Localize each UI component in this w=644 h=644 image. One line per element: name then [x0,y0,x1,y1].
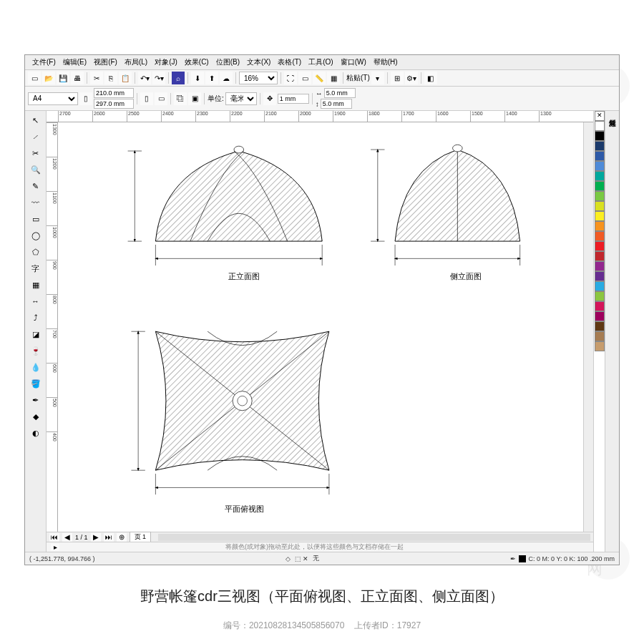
launcher-icon[interactable]: ◧ [424,72,437,84]
copy-icon[interactable]: ⎘ [104,72,117,84]
page-next-icon[interactable]: ▶ [91,533,101,542]
freehand-tool-icon[interactable]: ✎ [27,178,44,194]
scrollbar-vertical[interactable] [583,122,593,532]
color-swatch[interactable] [595,261,605,271]
tab-page1[interactable]: 页 1 [130,532,152,542]
orientation-landscape-icon[interactable]: ▭ [155,92,167,105]
menu-file[interactable]: 文件(F) [29,57,59,68]
open-icon[interactable]: 📂 [42,72,55,84]
crop-tool-icon[interactable]: ✂ [27,145,44,161]
zoom-tool-icon[interactable]: 🔍 [27,162,44,177]
pick-tool-icon[interactable]: ↖ [27,112,44,128]
canvas[interactable]: 正立面图 侧立面图 平面俯视图 [58,122,583,532]
portrait-icon[interactable]: ▯ [79,92,92,105]
dimension-tool-icon[interactable]: ↔ [27,293,44,309]
color-swatch[interactable] [595,201,605,211]
color-swatch[interactable] [595,321,605,331]
color-swatch[interactable] [595,271,605,281]
import-icon[interactable]: ⬇ [191,72,204,84]
menu-bitmap[interactable]: 位图(B) [213,57,243,68]
menu-window[interactable]: 窗口(W) [338,57,369,68]
zoom-select[interactable]: 16% [239,72,278,84]
print-icon[interactable]: 🖶 [71,72,84,84]
menu-view[interactable]: 视图(F) [91,57,120,68]
color-swatch[interactable] [595,131,605,141]
options-icon[interactable]: ⚙▾ [405,72,418,84]
nudge-icon[interactable]: ✥ [263,92,276,105]
redo-icon[interactable]: ↷▾ [152,72,165,84]
menu-table[interactable]: 表格(T) [275,57,304,68]
color-swatch[interactable] [595,161,605,171]
page-last-icon[interactable]: ⏭ [104,533,114,542]
no-color-swatch[interactable]: ✕ [595,111,605,121]
outline-tool-icon[interactable]: ✒ [27,392,44,408]
grid-icon[interactable]: ▦ [327,72,340,84]
menu-help[interactable]: 帮助(H) [371,57,401,68]
chevron-down-icon[interactable]: ▾ [371,72,384,84]
save-icon[interactable]: 💾 [57,72,69,84]
menu-tools[interactable]: 工具(O) [306,57,336,68]
dup-y-input[interactable] [321,99,352,109]
page-prev-icon[interactable]: ◀ [62,533,72,542]
page-first-icon[interactable]: ⏮ [49,533,59,542]
artistic-tool-icon[interactable]: 〰 [27,195,44,210]
export-icon[interactable]: ⬆ [205,72,218,84]
page-size-select[interactable]: A4 [28,92,78,105]
ruler-icon[interactable]: 📏 [313,72,326,84]
color-swatch[interactable] [595,191,605,201]
text-tool-icon[interactable]: 字 [27,260,44,276]
color-swatch[interactable] [595,311,605,321]
new-icon[interactable]: ▭ [28,72,41,84]
transparency-tool-icon[interactable]: 🍷 [27,343,44,358]
unit-select[interactable]: 毫米 [225,92,257,105]
color-swatch[interactable] [595,171,605,181]
menu-effect[interactable]: 效果(C) [182,57,212,68]
menu-edit[interactable]: 编辑(E) [60,57,89,68]
nudge-input[interactable] [278,94,309,104]
dup-x-input[interactable] [324,88,356,98]
color-swatch[interactable] [595,251,605,261]
cut-icon[interactable]: ✂ [90,72,103,84]
fill-tool-icon[interactable]: 🪣 [27,376,44,391]
paste-dropdown[interactable]: 粘贴(T) [346,73,370,83]
color-swatch[interactable] [595,331,605,341]
ellipse-tool-icon[interactable]: ◯ [27,228,44,243]
color-swatch[interactable] [595,121,605,131]
undo-icon[interactable]: ↶▾ [138,72,151,84]
color-swatch[interactable] [595,341,605,351]
flyout-icon[interactable]: ▸ [51,544,59,551]
current-page-icon[interactable]: ▣ [188,92,201,105]
color-swatch[interactable] [595,141,605,151]
scrollbar-horizontal[interactable] [158,534,590,541]
menu-text[interactable]: 文本(X) [244,57,273,68]
snap-icon[interactable]: ⊞ [391,72,404,84]
paste-icon[interactable]: 📋 [119,72,132,84]
interactive-fill-icon[interactable]: ◆ [27,409,44,424]
color-swatch[interactable] [595,301,605,311]
polygon-tool-icon[interactable]: ⬠ [27,244,44,260]
smart-fill-icon[interactable]: ◐ [27,425,44,441]
table-tool-icon[interactable]: ▦ [27,277,44,293]
page-add-icon[interactable]: ⊕ [117,533,127,542]
color-swatch[interactable] [595,181,605,191]
color-swatch[interactable] [595,151,605,161]
color-swatch[interactable] [595,291,605,301]
shape-tool-icon[interactable]: ⟋ [27,129,44,145]
menu-object[interactable]: 对象(J) [152,57,180,68]
color-swatch[interactable] [595,211,605,221]
color-swatch[interactable] [595,241,605,251]
color-swatch[interactable] [595,281,605,291]
color-palette[interactable]: ✕ [593,111,605,552]
dropshadow-tool-icon[interactable]: ◪ [27,326,44,342]
eyedropper-tool-icon[interactable]: 💧 [27,359,44,375]
rectangle-tool-icon[interactable]: ▭ [27,211,44,227]
connector-tool-icon[interactable]: ⤴ [27,310,44,326]
color-swatch[interactable] [595,221,605,231]
docker-panel[interactable]: 对象属性 [605,111,619,552]
orientation-portrait-icon[interactable]: ▯ [140,92,153,105]
menu-layout[interactable]: 布局(L) [122,57,150,68]
publish-icon[interactable]: ☁ [220,72,233,84]
color-swatch[interactable] [595,231,605,241]
page-width-input[interactable] [94,88,134,98]
preview-icon[interactable]: ▭ [298,72,311,84]
